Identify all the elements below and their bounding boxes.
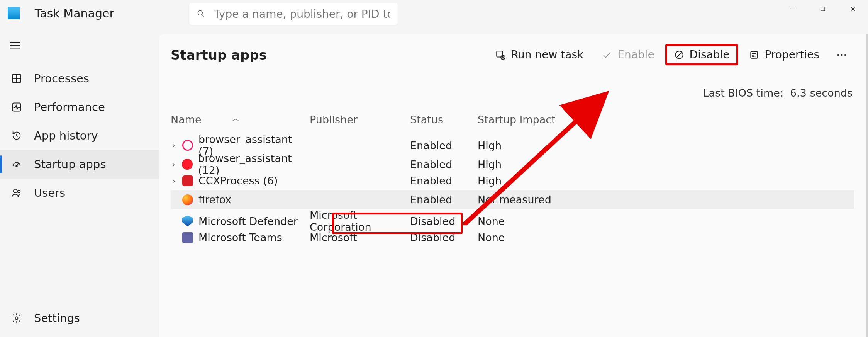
table-header[interactable]: Name︿ Publisher Status Startup impact (171, 111, 854, 133)
row-status: Enabled (410, 175, 478, 187)
window-controls (778, 0, 868, 18)
row-impact: None (478, 215, 578, 227)
app-row-icon (182, 175, 193, 186)
svg-point-25 (753, 53, 754, 54)
bios-time: Last BIOS time: 6.3 seconds (171, 87, 853, 99)
row-name: Microsoft Defender (198, 215, 298, 227)
col-name[interactable]: Name︿ (171, 114, 310, 126)
svg-rect-3 (821, 7, 825, 11)
history-icon (11, 130, 22, 141)
row-status: Enabled (410, 158, 478, 170)
titlebar: Task Manager (0, 0, 868, 26)
svg-point-17 (15, 317, 18, 320)
sidebar-item-label: App history (34, 129, 98, 142)
col-impact[interactable]: Startup impact (478, 114, 578, 126)
app-row-icon (182, 140, 193, 151)
sidebar-item-app-history[interactable]: App history (0, 121, 159, 150)
check-icon (602, 50, 612, 60)
row-impact: High (478, 158, 578, 170)
row-impact: None (478, 231, 578, 243)
svg-rect-24 (751, 51, 758, 58)
sidebar-item-users[interactable]: Users (0, 179, 159, 207)
row-name: browser_assistant (12) (198, 152, 310, 176)
more-options-button[interactable]: ⋯ (830, 44, 854, 65)
row-name: firefox (198, 194, 231, 206)
app-title: Task Manager (35, 7, 114, 20)
sidebar-item-performance[interactable]: Performance (0, 93, 159, 121)
app-row-icon (182, 194, 193, 205)
table-row[interactable]: ›Microsoft TeamsMicrosoftDisabledNone (171, 228, 854, 247)
enable-button[interactable]: Enable (594, 44, 662, 65)
grid-icon (11, 73, 22, 84)
search-icon (197, 10, 205, 18)
startup-table: Name︿ Publisher Status Startup impact ›b… (171, 111, 854, 247)
row-name: CCXProcess (6) (198, 175, 278, 187)
row-name: Microsoft Teams (198, 231, 282, 243)
svg-point-0 (198, 11, 203, 15)
row-impact: High (478, 175, 578, 187)
col-publisher[interactable]: Publisher (310, 114, 410, 126)
expand-chevron-icon[interactable]: › (171, 160, 176, 169)
button-label: Properties (765, 48, 819, 61)
table-row[interactable]: ›browser_assistant (7)EnabledHigh (171, 133, 854, 152)
table-row[interactable]: ›firefoxEnabledNot measured (171, 190, 854, 209)
sidebar-item-label: Processes (34, 72, 89, 85)
svg-point-14 (16, 165, 17, 167)
button-label: Run new task (511, 48, 583, 61)
row-status: Enabled (410, 194, 478, 206)
app-row-icon (182, 216, 193, 226)
svg-point-16 (17, 190, 20, 193)
search-box[interactable] (189, 3, 398, 25)
row-publisher: Microsoft Corporation (310, 209, 410, 233)
expand-chevron-icon[interactable]: › (171, 141, 177, 150)
speedometer-icon (11, 158, 22, 170)
svg-line-1 (202, 15, 204, 17)
sidebar-item-startup-apps[interactable]: Startup apps (0, 150, 159, 179)
users-icon (11, 187, 22, 199)
run-new-task-button[interactable]: Run new task (488, 44, 591, 65)
row-publisher: Microsoft (310, 231, 410, 243)
sort-asc-icon: ︿ (232, 114, 239, 123)
maximize-button[interactable] (808, 0, 838, 18)
svg-point-27 (753, 55, 754, 56)
gear-icon (11, 312, 22, 324)
row-impact: High (478, 140, 578, 151)
page-title: Startup apps (171, 47, 267, 63)
disable-button[interactable]: Disable (665, 44, 739, 65)
sidebar-item-label: Users (34, 186, 65, 199)
expand-chevron-icon[interactable]: › (171, 176, 177, 186)
row-impact: Not measured (478, 194, 578, 206)
sidebar-item-label: Settings (34, 311, 80, 325)
col-status[interactable]: Status (410, 114, 478, 126)
heartbeat-icon (11, 101, 22, 113)
row-status: Disabled (410, 215, 478, 227)
sidebar-item-processes[interactable]: Processes (0, 64, 159, 93)
row-status: Disabled (410, 231, 478, 243)
close-button[interactable] (838, 0, 868, 18)
svg-line-23 (676, 52, 682, 57)
app-row-icon (182, 232, 193, 243)
minimize-button[interactable] (778, 0, 808, 18)
app-icon (8, 7, 20, 19)
table-row[interactable]: ›browser_assistant (12)EnabledHigh (171, 152, 854, 171)
properties-button[interactable]: Properties (741, 44, 827, 65)
sidebar-item-settings[interactable]: Settings (0, 304, 159, 332)
search-input[interactable] (214, 8, 390, 20)
app-row-icon (182, 159, 193, 170)
main-panel: Startup apps Run new task Enable Disable… (159, 34, 868, 337)
row-status: Enabled (410, 140, 478, 151)
sidebar-item-label: Startup apps (34, 158, 106, 171)
table-row[interactable]: ›Microsoft DefenderMicrosoft Corporation… (171, 209, 854, 228)
sidebar: Processes Performance App history Startu… (0, 26, 159, 337)
svg-point-15 (14, 189, 17, 193)
hamburger-button[interactable] (0, 34, 159, 59)
run-task-icon (495, 50, 505, 60)
sidebar-item-label: Performance (34, 100, 105, 114)
properties-icon (749, 50, 759, 60)
button-label: Disable (690, 48, 730, 61)
prohibit-icon (674, 50, 684, 60)
button-label: Enable (617, 48, 654, 61)
